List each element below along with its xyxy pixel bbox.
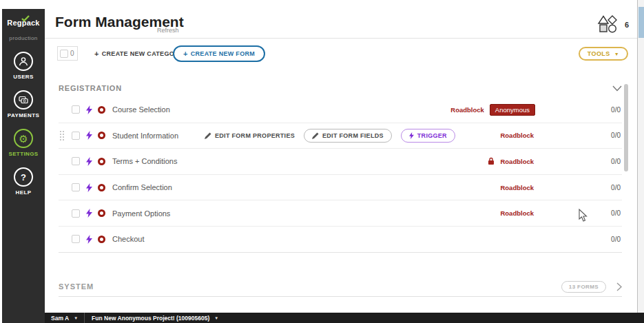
- roadblock-label: Roadblock: [500, 209, 534, 217]
- form-count: 0/0: [611, 106, 621, 114]
- payments-icon: [14, 90, 33, 110]
- app-window: Regpack production USERS PAYMENTS ⚙ SETT…: [0, 0, 644, 323]
- form-count: 0/0: [611, 184, 621, 191]
- select-all-counter[interactable]: 0: [57, 46, 78, 61]
- form-count: 0/0: [611, 132, 621, 139]
- create-category-label: CREATE NEW CATEGORY: [102, 50, 183, 57]
- form-list: Course Selection Roadblock Anonymous 0/0…: [59, 97, 622, 253]
- trigger-bolt-icon: [86, 157, 92, 166]
- trigger-bolt-icon: [86, 209, 92, 218]
- form-row-course-selection[interactable]: Course Selection Roadblock Anonymous 0/0: [59, 97, 622, 123]
- help-icon: ?: [14, 167, 33, 187]
- trigger-bolt-icon: [86, 235, 92, 244]
- row-checkbox[interactable]: [72, 183, 80, 191]
- form-row-confirm-selection[interactable]: Confirm Selection Roadblock 0/0: [59, 175, 622, 201]
- form-status-icon: [98, 158, 105, 165]
- form-name[interactable]: Terms + Conditions: [112, 157, 177, 165]
- form-name[interactable]: Checkout: [112, 235, 144, 243]
- form-name[interactable]: Course Selection: [112, 105, 170, 114]
- registration-title: REGISTRATION: [59, 84, 122, 92]
- user-name: Sam A: [51, 315, 69, 322]
- form-name[interactable]: Payment Options: [112, 209, 170, 218]
- row-checkbox[interactable]: [72, 209, 80, 218]
- row-checkbox[interactable]: [72, 105, 80, 114]
- caret-down-icon: ▼: [74, 316, 78, 320]
- lock-icon: [488, 157, 495, 165]
- sidebar-item-payments[interactable]: PAYMENTS: [8, 90, 39, 118]
- sidebar-item-label: SETTINGS: [8, 151, 38, 157]
- chevron-down-icon[interactable]: [612, 85, 622, 92]
- sidebar-item-label: HELP: [16, 189, 32, 196]
- row-checkbox[interactable]: [72, 235, 80, 243]
- pencil-icon: [205, 132, 211, 139]
- project-menu[interactable]: Fun New Anonymous Project! (100905605) ▼: [85, 315, 225, 322]
- drag-handle-icon[interactable]: [60, 131, 64, 140]
- settings-gear-icon: ⚙: [14, 129, 33, 148]
- form-row-terms-conditions[interactable]: Terms + Conditions Roadblock 0/0: [59, 149, 622, 175]
- anonymous-badge: Anonymous: [490, 104, 535, 116]
- form-status-icon: [98, 209, 105, 217]
- forms-overview-icon[interactable]: [597, 15, 618, 36]
- form-name[interactable]: Confirm Selection: [112, 183, 172, 191]
- sidebar-item-label: USERS: [13, 74, 34, 80]
- header-divider: [45, 38, 637, 39]
- trigger-bolt-icon: [86, 105, 92, 114]
- edit-form-properties-button[interactable]: EDIT FORM PROPERTIES: [205, 132, 295, 139]
- create-form-label: CREATE NEW FORM: [191, 50, 255, 57]
- right-edge-strip: [637, 0, 644, 313]
- select-all-checkbox[interactable]: [60, 50, 68, 58]
- system-title: SYSTEM: [59, 282, 94, 291]
- trigger-bolt-icon: [409, 132, 414, 139]
- plus-icon: +: [94, 50, 99, 58]
- form-status-icon: [98, 106, 105, 114]
- roadblock-label: Roadblock: [500, 132, 534, 139]
- scrollbar-thumb[interactable]: [624, 84, 628, 171]
- selected-count: 0: [70, 50, 74, 57]
- tools-label: TOOLS: [588, 50, 610, 57]
- caret-down-icon: ▼: [214, 316, 218, 320]
- chevron-right-icon[interactable]: [616, 282, 622, 291]
- create-new-form-button[interactable]: + CREATE NEW FORM: [173, 45, 265, 62]
- trigger-button[interactable]: TRIGGER: [401, 129, 455, 143]
- row-checkbox[interactable]: [72, 132, 80, 140]
- edit-form-fields-button[interactable]: EDIT FORM FIELDS: [304, 129, 392, 143]
- registration-section-header[interactable]: REGISTRATION: [59, 79, 622, 97]
- trigger-label: TRIGGER: [417, 132, 447, 139]
- user-menu[interactable]: Sam A ▼: [45, 315, 84, 322]
- project-name: Fun New Anonymous Project! (100905605): [92, 315, 209, 322]
- form-status-icon: [98, 184, 105, 191]
- sidebar-item-settings[interactable]: ⚙ SETTINGS: [8, 129, 38, 157]
- form-row-student-information[interactable]: Student Information EDIT FORM PROPERTIES…: [59, 123, 622, 149]
- refresh-link[interactable]: Refresh: [157, 27, 179, 34]
- edit-form-properties-label: EDIT FORM PROPERTIES: [215, 132, 295, 139]
- form-name[interactable]: Student Information: [112, 132, 178, 140]
- edit-form-fields-label: EDIT FORM FIELDS: [322, 132, 384, 139]
- form-row-checkout[interactable]: Checkout 0/0: [59, 227, 622, 253]
- tools-button[interactable]: TOOLS ▼: [579, 47, 628, 61]
- main-content: Form Management Refresh 6 0 + CREATE NEW…: [45, 9, 637, 313]
- sidebar: Regpack production USERS PAYMENTS ⚙ SETT…: [2, 9, 45, 323]
- form-row-payment-options[interactable]: Payment Options Roadblock 0/0: [59, 200, 622, 227]
- roadblock-label: Roadblock: [500, 184, 534, 191]
- create-new-category-button[interactable]: + CREATE NEW CATEGORY: [94, 50, 183, 58]
- environment-label: production: [9, 35, 37, 41]
- form-count: 0/0: [611, 209, 621, 217]
- pencil-icon: [312, 132, 319, 139]
- form-status-icon: [98, 132, 105, 139]
- caret-down-icon: ▼: [614, 52, 619, 56]
- sidebar-item-label: PAYMENTS: [8, 112, 39, 118]
- system-forms-count-badge[interactable]: 13 FORMS: [561, 281, 606, 293]
- sidebar-item-users[interactable]: USERS: [13, 52, 34, 80]
- plus-icon: +: [183, 50, 188, 58]
- trigger-bolt-icon: [86, 131, 92, 140]
- form-status-icon: [98, 236, 105, 243]
- system-section-header[interactable]: SYSTEM 13 FORMS: [59, 277, 622, 297]
- users-icon: [14, 52, 33, 71]
- regpack-logo: Regpack: [7, 19, 39, 27]
- form-count: 0/0: [611, 158, 621, 165]
- logo-check-icon: [21, 15, 30, 22]
- row-checkbox[interactable]: [72, 157, 80, 165]
- forms-overview-count: 6: [625, 21, 629, 29]
- roadblock-label: Roadblock: [500, 158, 534, 165]
- sidebar-item-help[interactable]: ? HELP: [14, 167, 33, 196]
